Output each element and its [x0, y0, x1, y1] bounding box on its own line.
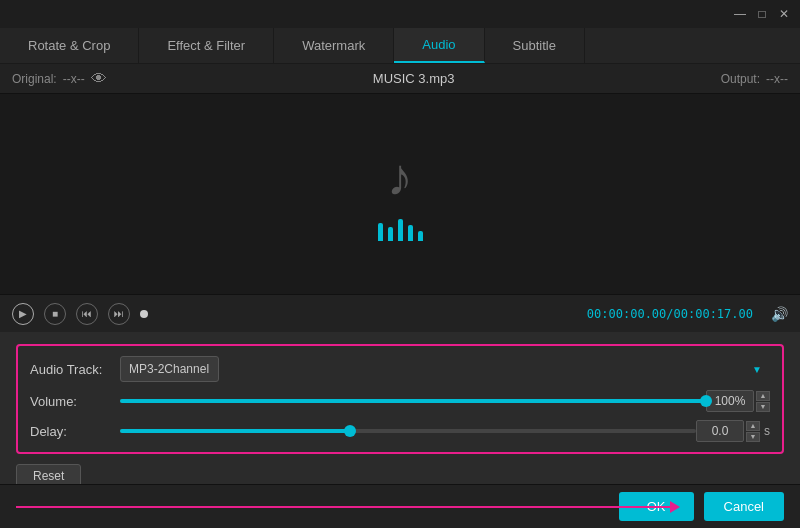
delay-unit-label: s — [764, 424, 770, 438]
delay-spin-up[interactable]: ▲ — [746, 421, 760, 431]
delay-row: Delay: ▲ ▼ s — [30, 420, 770, 442]
arrow-indicator — [16, 501, 680, 513]
volume-spin-down[interactable]: ▼ — [756, 402, 770, 412]
stop-button[interactable]: ■ — [44, 303, 66, 325]
delay-spin-down[interactable]: ▼ — [746, 432, 760, 442]
volume-icon[interactable]: 🔊 — [771, 306, 788, 322]
arrow-line — [16, 506, 670, 508]
close-button[interactable]: ✕ — [776, 6, 792, 22]
delay-value-wrapper: ▲ ▼ s — [696, 420, 770, 442]
maximize-button[interactable]: □ — [754, 6, 770, 22]
delay-spin-buttons: ▲ ▼ — [746, 421, 760, 442]
tab-audio[interactable]: Audio — [394, 28, 484, 63]
delay-slider-fill — [120, 429, 350, 433]
audio-track-dropdown-wrapper: MP3-2Channel AAC-2Channel AC3-2Channel ▼ — [120, 356, 770, 382]
audio-track-label: Audio Track: — [30, 362, 120, 377]
volume-slider-fill — [120, 399, 706, 403]
original-label-group: Original: --x-- 👁 — [12, 70, 107, 88]
tab-watermark[interactable]: Watermark — [274, 28, 394, 63]
audio-track-dropdown[interactable]: MP3-2Channel AAC-2Channel AC3-2Channel — [120, 356, 219, 382]
volume-row: Volume: ▲ ▼ — [30, 390, 770, 412]
playhead — [140, 310, 148, 318]
volume-slider-wrapper — [120, 399, 706, 403]
eq-bar-5 — [418, 231, 423, 241]
original-value: --x-- — [63, 72, 85, 86]
next-button[interactable]: ⏭ — [108, 303, 130, 325]
delay-slider-wrapper — [120, 429, 696, 433]
window-controls: — □ ✕ — [732, 6, 792, 22]
output-label-group: Output: --x-- — [721, 72, 788, 86]
eq-bar-3 — [398, 219, 403, 241]
tab-bar: Rotate & Crop Effect & Filter Watermark … — [0, 28, 800, 64]
volume-label: Volume: — [30, 394, 120, 409]
audio-settings-box: Audio Track: MP3-2Channel AAC-2Channel A… — [16, 344, 784, 454]
eq-bar-4 — [408, 225, 413, 241]
original-label: Original: — [12, 72, 57, 86]
music-visual: ♪ — [378, 147, 423, 241]
time-display: 00:00:00.00/00:00:17.00 — [587, 307, 753, 321]
controls-panel: Audio Track: MP3-2Channel AAC-2Channel A… — [0, 332, 800, 498]
preview-header: Original: --x-- 👁 MUSIC 3.mp3 Output: --… — [0, 64, 800, 94]
eye-icon[interactable]: 👁 — [91, 70, 107, 88]
output-value: --x-- — [766, 72, 788, 86]
bottom-bar: OK Cancel — [0, 484, 800, 528]
cancel-button[interactable]: Cancel — [704, 492, 784, 521]
music-note-icon: ♪ — [387, 147, 413, 207]
tab-subtitle[interactable]: Subtitle — [485, 28, 585, 63]
volume-spin-buttons: ▲ ▼ — [756, 391, 770, 412]
tab-rotate[interactable]: Rotate & Crop — [0, 28, 139, 63]
volume-value-input[interactable] — [706, 390, 754, 412]
output-label: Output: — [721, 72, 760, 86]
minimize-button[interactable]: — — [732, 6, 748, 22]
audio-track-row: Audio Track: MP3-2Channel AAC-2Channel A… — [30, 356, 770, 382]
transport-bar: ▶ ■ ⏮ ⏭ 00:00:00.00/00:00:17.00 🔊 — [0, 294, 800, 332]
dropdown-arrow-icon: ▼ — [752, 364, 762, 375]
file-name: MUSIC 3.mp3 — [373, 71, 455, 86]
prev-button[interactable]: ⏮ — [76, 303, 98, 325]
delay-label: Delay: — [30, 424, 120, 439]
title-bar: — □ ✕ — [0, 0, 800, 28]
delay-value-input[interactable] — [696, 420, 744, 442]
equalizer-bars — [378, 217, 423, 241]
eq-bar-1 — [378, 223, 383, 241]
delay-slider-track[interactable] — [120, 429, 696, 433]
tab-effect[interactable]: Effect & Filter — [139, 28, 274, 63]
delay-slider-thumb — [344, 425, 356, 437]
preview-canvas: ♪ — [0, 94, 800, 294]
arrow-head — [670, 501, 680, 513]
volume-slider-track[interactable] — [120, 399, 706, 403]
volume-value-wrapper: ▲ ▼ — [706, 390, 770, 412]
eq-bar-2 — [388, 227, 393, 241]
volume-slider-thumb — [700, 395, 712, 407]
play-button[interactable]: ▶ — [12, 303, 34, 325]
volume-spin-up[interactable]: ▲ — [756, 391, 770, 401]
